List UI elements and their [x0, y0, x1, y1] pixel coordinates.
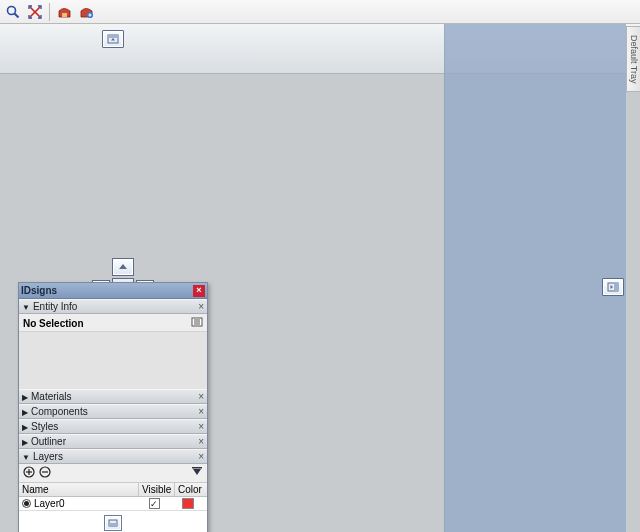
- section-close-icon[interactable]: ×: [198, 451, 204, 462]
- section-close-icon[interactable]: ×: [198, 436, 204, 447]
- styles-label: Styles: [31, 421, 58, 432]
- tray-panel[interactable]: IDsigns × ▼Entity Info × No Selection ▶M…: [18, 282, 208, 532]
- extension-warehouse-button[interactable]: [76, 2, 96, 22]
- layers-menu-button[interactable]: [191, 466, 203, 480]
- tray-close-button[interactable]: ×: [193, 285, 205, 297]
- tray-footer: [19, 510, 207, 532]
- components-label: Components: [31, 406, 88, 417]
- toolbar-separator: [49, 3, 50, 21]
- warehouse-button[interactable]: [54, 2, 74, 22]
- dock-preview-right: [444, 24, 626, 532]
- dock-target-right[interactable]: [602, 278, 624, 296]
- section-close-icon[interactable]: ×: [198, 391, 204, 402]
- outliner-header[interactable]: ▶Outliner ×: [19, 434, 207, 449]
- col-name[interactable]: Name: [19, 483, 139, 496]
- entity-info-label: Entity Info: [33, 301, 77, 312]
- layer-visible-checkbox[interactable]: ✓: [149, 498, 160, 509]
- svg-rect-10: [614, 283, 618, 291]
- svg-rect-28: [109, 523, 117, 526]
- dock-cross-up[interactable]: [112, 258, 134, 276]
- col-visible[interactable]: Visible: [139, 483, 175, 496]
- materials-header[interactable]: ▶Materials ×: [19, 389, 207, 404]
- entity-info-body: No Selection: [19, 314, 207, 331]
- materials-label: Materials: [31, 391, 72, 402]
- no-selection-label: No Selection: [23, 318, 84, 329]
- layer-active-radio[interactable]: [22, 499, 31, 508]
- default-tray-tab[interactable]: Default Tray: [626, 26, 640, 92]
- main-toolbar: [0, 0, 640, 24]
- section-close-icon[interactable]: ×: [198, 421, 204, 432]
- layer-name: Layer0: [34, 498, 65, 509]
- add-layer-button[interactable]: [23, 466, 35, 480]
- tray-titlebar[interactable]: IDsigns ×: [19, 283, 207, 299]
- layers-toolbar: [19, 464, 207, 483]
- svg-line-1: [15, 13, 19, 17]
- layer-color-swatch[interactable]: [182, 498, 194, 509]
- svg-marker-12: [119, 264, 127, 269]
- col-color[interactable]: Color: [175, 483, 207, 496]
- dock-target-top[interactable]: [102, 30, 124, 48]
- entity-info-header[interactable]: ▼Entity Info ×: [19, 299, 207, 314]
- section-close-icon[interactable]: ×: [198, 406, 204, 417]
- entity-info-empty-area: [19, 331, 207, 389]
- svg-rect-7: [108, 35, 118, 38]
- svg-rect-4: [62, 13, 67, 17]
- svg-rect-26: [192, 467, 202, 469]
- remove-layer-button[interactable]: [39, 466, 51, 480]
- svg-point-0: [8, 6, 16, 14]
- zoom-extents-button[interactable]: [25, 2, 45, 22]
- details-toggle-icon[interactable]: [191, 317, 203, 329]
- section-close-icon[interactable]: ×: [198, 301, 204, 312]
- outliner-label: Outliner: [31, 436, 66, 447]
- tray-title-text: IDsigns: [21, 285, 57, 296]
- layers-body: Name Visible Color Layer0 ✓: [19, 464, 207, 510]
- layers-label: Layers: [33, 451, 63, 462]
- zoom-tool-button[interactable]: [3, 2, 23, 22]
- components-header[interactable]: ▶Components ×: [19, 404, 207, 419]
- layers-header[interactable]: ▼Layers ×: [19, 449, 207, 464]
- layer-row[interactable]: Layer0 ✓: [19, 497, 207, 510]
- styles-header[interactable]: ▶Styles ×: [19, 419, 207, 434]
- dock-target-bottom-mini[interactable]: [104, 515, 122, 531]
- layers-columns: Name Visible Color: [19, 483, 207, 497]
